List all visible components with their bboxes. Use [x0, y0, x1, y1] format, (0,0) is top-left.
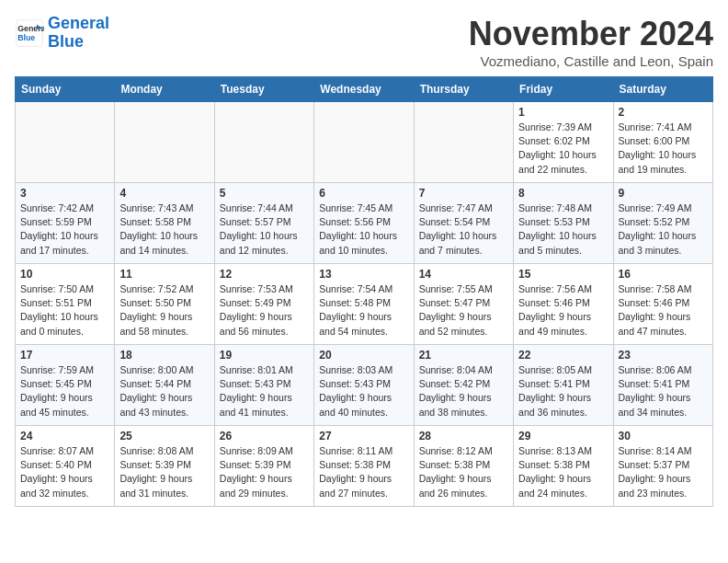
day-cell: 16Sunrise: 7:58 AM Sunset: 5:46 PM Dayli…: [613, 264, 712, 345]
day-number: 11: [119, 268, 209, 281]
day-info: Sunrise: 7:59 AM Sunset: 5:45 PM Dayligh…: [20, 363, 109, 419]
day-cell: 12Sunrise: 7:53 AM Sunset: 5:49 PM Dayli…: [214, 264, 313, 345]
calendar-body: 1Sunrise: 7:39 AM Sunset: 6:02 PM Daylig…: [16, 102, 713, 507]
day-info: Sunrise: 8:09 AM Sunset: 5:39 PM Dayligh…: [220, 444, 309, 500]
month-title: November 2024: [469, 15, 713, 53]
day-info: Sunrise: 8:14 AM Sunset: 5:37 PM Dayligh…: [619, 444, 708, 500]
day-number: 30: [619, 430, 708, 442]
day-info: Sunrise: 7:56 AM Sunset: 5:46 PM Dayligh…: [518, 282, 608, 339]
day-number: 28: [419, 430, 508, 442]
day-cell: 23Sunrise: 8:06 AM Sunset: 5:41 PM Dayli…: [613, 345, 712, 426]
logo-icon: General Blue: [15, 18, 44, 48]
day-number: 15: [518, 268, 608, 281]
day-number: 9: [619, 187, 708, 200]
day-number: 24: [20, 430, 109, 442]
day-info: Sunrise: 7:45 AM Sunset: 5:56 PM Dayligh…: [319, 201, 408, 258]
day-info: Sunrise: 8:05 AM Sunset: 5:41 PM Dayligh…: [518, 363, 608, 419]
day-cell: 13Sunrise: 7:54 AM Sunset: 5:48 PM Dayli…: [314, 264, 414, 345]
week-row-3: 10Sunrise: 7:50 AM Sunset: 5:51 PM Dayli…: [16, 264, 713, 345]
day-info: Sunrise: 7:53 AM Sunset: 5:49 PM Dayligh…: [220, 282, 309, 339]
day-cell: 21Sunrise: 8:04 AM Sunset: 5:42 PM Dayli…: [414, 345, 513, 426]
day-info: Sunrise: 8:08 AM Sunset: 5:39 PM Dayligh…: [119, 444, 209, 500]
day-cell: [16, 102, 115, 183]
calendar: SundayMondayTuesdayWednesdayThursdayFrid…: [15, 76, 713, 507]
day-number: 23: [619, 349, 708, 362]
day-cell: 2Sunrise: 7:41 AM Sunset: 6:00 PM Daylig…: [613, 102, 712, 183]
svg-text:Blue: Blue: [17, 33, 35, 42]
location-title: Vozmediano, Castille and Leon, Spain: [469, 53, 713, 69]
day-cell: 30Sunrise: 8:14 AM Sunset: 5:37 PM Dayli…: [613, 426, 712, 507]
logo: General Blue General Blue: [15, 15, 109, 52]
weekday-friday: Friday: [514, 77, 613, 102]
week-row-1: 1Sunrise: 7:39 AM Sunset: 6:02 PM Daylig…: [16, 102, 713, 183]
weekday-sunday: Sunday: [16, 77, 115, 102]
day-info: Sunrise: 8:07 AM Sunset: 5:40 PM Dayligh…: [20, 444, 109, 500]
day-cell: 3Sunrise: 7:42 AM Sunset: 5:59 PM Daylig…: [16, 183, 115, 264]
day-cell: 6Sunrise: 7:45 AM Sunset: 5:56 PM Daylig…: [314, 183, 414, 264]
day-cell: 11Sunrise: 7:52 AM Sunset: 5:50 PM Dayli…: [115, 264, 214, 345]
week-row-5: 24Sunrise: 8:07 AM Sunset: 5:40 PM Dayli…: [16, 426, 713, 507]
day-cell: 25Sunrise: 8:08 AM Sunset: 5:39 PM Dayli…: [115, 426, 214, 507]
day-cell: 8Sunrise: 7:48 AM Sunset: 5:53 PM Daylig…: [514, 183, 613, 264]
day-cell: [214, 102, 313, 183]
day-number: 22: [518, 349, 608, 362]
day-info: Sunrise: 7:58 AM Sunset: 5:46 PM Dayligh…: [619, 282, 708, 339]
day-cell: 27Sunrise: 8:11 AM Sunset: 5:38 PM Dayli…: [314, 426, 414, 507]
day-cell: 22Sunrise: 8:05 AM Sunset: 5:41 PM Dayli…: [514, 345, 613, 426]
day-cell: 24Sunrise: 8:07 AM Sunset: 5:40 PM Dayli…: [16, 426, 115, 507]
day-number: 1: [518, 106, 608, 119]
day-number: 21: [419, 349, 508, 362]
day-cell: 5Sunrise: 7:44 AM Sunset: 5:57 PM Daylig…: [214, 183, 313, 264]
day-cell: 29Sunrise: 8:13 AM Sunset: 5:38 PM Dayli…: [514, 426, 613, 507]
weekday-thursday: Thursday: [414, 77, 513, 102]
day-cell: 1Sunrise: 7:39 AM Sunset: 6:02 PM Daylig…: [514, 102, 613, 183]
day-info: Sunrise: 8:04 AM Sunset: 5:42 PM Dayligh…: [419, 363, 508, 419]
day-number: 12: [220, 268, 309, 281]
day-number: 4: [119, 187, 209, 200]
day-info: Sunrise: 8:12 AM Sunset: 5:38 PM Dayligh…: [419, 444, 508, 500]
day-number: 17: [20, 349, 109, 362]
day-info: Sunrise: 7:54 AM Sunset: 5:48 PM Dayligh…: [319, 282, 408, 339]
day-info: Sunrise: 8:06 AM Sunset: 5:41 PM Dayligh…: [619, 363, 708, 419]
weekday-monday: Monday: [115, 77, 214, 102]
day-info: Sunrise: 8:11 AM Sunset: 5:38 PM Dayligh…: [319, 444, 408, 500]
day-number: 8: [518, 187, 608, 200]
day-info: Sunrise: 7:55 AM Sunset: 5:47 PM Dayligh…: [419, 282, 508, 339]
day-info: Sunrise: 8:03 AM Sunset: 5:43 PM Dayligh…: [319, 363, 408, 419]
day-number: 6: [319, 187, 408, 200]
day-number: 16: [619, 268, 708, 281]
day-number: 3: [20, 187, 109, 200]
week-row-2: 3Sunrise: 7:42 AM Sunset: 5:59 PM Daylig…: [16, 183, 713, 264]
day-number: 19: [220, 349, 309, 362]
day-cell: [115, 102, 214, 183]
day-cell: 19Sunrise: 8:01 AM Sunset: 5:43 PM Dayli…: [214, 345, 313, 426]
day-number: 18: [119, 349, 209, 362]
day-cell: [414, 102, 513, 183]
weekday-saturday: Saturday: [613, 77, 712, 102]
day-cell: 7Sunrise: 7:47 AM Sunset: 5:54 PM Daylig…: [414, 183, 513, 264]
weekday-tuesday: Tuesday: [214, 77, 313, 102]
day-cell: 26Sunrise: 8:09 AM Sunset: 5:39 PM Dayli…: [214, 426, 313, 507]
day-info: Sunrise: 7:39 AM Sunset: 6:02 PM Dayligh…: [518, 121, 608, 177]
day-cell: 4Sunrise: 7:43 AM Sunset: 5:58 PM Daylig…: [115, 183, 214, 264]
day-cell: 14Sunrise: 7:55 AM Sunset: 5:47 PM Dayli…: [414, 264, 513, 345]
day-cell: 10Sunrise: 7:50 AM Sunset: 5:51 PM Dayli…: [16, 264, 115, 345]
weekday-header-row: SundayMondayTuesdayWednesdayThursdayFrid…: [16, 77, 713, 102]
day-cell: 28Sunrise: 8:12 AM Sunset: 5:38 PM Dayli…: [414, 426, 513, 507]
week-row-4: 17Sunrise: 7:59 AM Sunset: 5:45 PM Dayli…: [16, 345, 713, 426]
day-info: Sunrise: 7:52 AM Sunset: 5:50 PM Dayligh…: [119, 282, 209, 339]
day-number: 7: [419, 187, 508, 200]
day-number: 2: [619, 106, 708, 119]
day-cell: 15Sunrise: 7:56 AM Sunset: 5:46 PM Dayli…: [514, 264, 613, 345]
header: General Blue General Blue November 2024 …: [15, 15, 713, 69]
day-number: 10: [20, 268, 109, 281]
weekday-wednesday: Wednesday: [314, 77, 414, 102]
day-cell: 9Sunrise: 7:49 AM Sunset: 5:52 PM Daylig…: [613, 183, 712, 264]
logo-text: General Blue: [48, 15, 109, 52]
svg-text:General: General: [17, 24, 44, 33]
day-info: Sunrise: 7:47 AM Sunset: 5:54 PM Dayligh…: [419, 201, 508, 258]
day-number: 29: [518, 430, 608, 442]
day-number: 27: [319, 430, 408, 442]
logo-line2: Blue: [48, 32, 84, 51]
day-cell: [314, 102, 414, 183]
